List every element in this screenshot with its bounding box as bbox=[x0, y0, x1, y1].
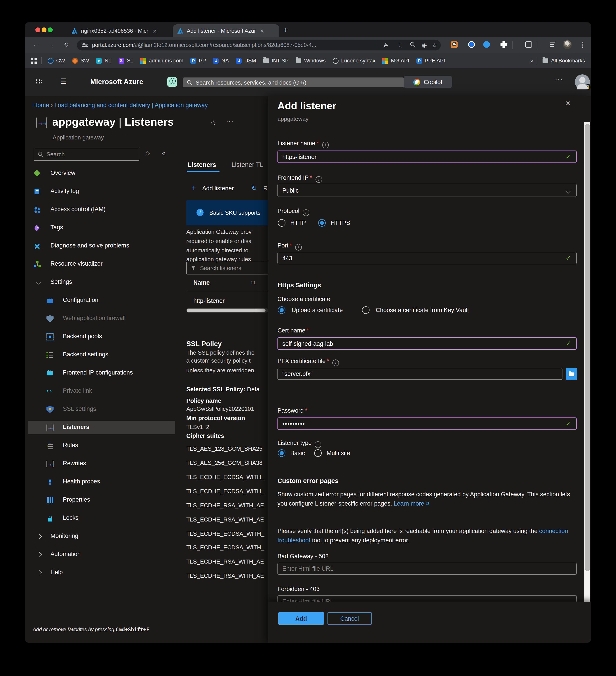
bookmark-cw[interactable]: CW bbox=[48, 58, 65, 64]
bookmark-star-icon[interactable]: ☆ bbox=[432, 42, 437, 49]
bookmark-ppeapi[interactable]: PPPE API bbox=[416, 58, 445, 64]
sidebar-item-diagnose[interactable]: Diagnose and solve problems bbox=[28, 239, 175, 253]
sidebar-item-activity-log[interactable]: Activity log bbox=[28, 185, 175, 198]
radio-keyvault-cert-label[interactable]: Choose a certificate from Key Vault bbox=[376, 307, 469, 314]
sidebar-item-frontend-ip[interactable]: Frontend IP configurations bbox=[28, 367, 175, 380]
tab-listeners[interactable]: Listeners bbox=[188, 161, 216, 168]
bookmark-na[interactable]: UNA bbox=[213, 58, 229, 64]
radio-http[interactable] bbox=[278, 219, 286, 227]
refresh-icon[interactable]: ↻ bbox=[251, 184, 257, 192]
sidebar-item-locks[interactable]: Locks bbox=[28, 512, 175, 525]
azure-brand[interactable]: Microsoft Azure bbox=[90, 78, 143, 86]
radio-upload-cert-selected[interactable] bbox=[278, 306, 286, 314]
forward-icon[interactable]: → bbox=[48, 41, 54, 48]
site-settings-icon[interactable] bbox=[82, 43, 87, 48]
extensions-puzzle-icon[interactable] bbox=[500, 41, 507, 48]
azure-search-bar[interactable]: Search resources, services, and docs (G+… bbox=[183, 77, 404, 87]
sidebar-item-ssl-settings[interactable]: SSL settings bbox=[28, 403, 175, 416]
waffle-menu-icon[interactable] bbox=[36, 79, 42, 85]
listener-row-http[interactable]: http-listener bbox=[193, 297, 225, 304]
back-icon[interactable]: ← bbox=[33, 41, 39, 48]
traffic-light-close[interactable] bbox=[36, 27, 40, 32]
bookmark-intsp[interactable]: INT SP bbox=[263, 58, 289, 64]
panel-scrollbar[interactable] bbox=[584, 122, 590, 602]
sidebar-group-monitoring[interactable]: Monitoring bbox=[28, 530, 175, 543]
address-bar[interactable]: portal.azure.com/#@liam2to12.onmicrosoft… bbox=[77, 40, 441, 51]
azure-more-icon[interactable]: ··· bbox=[555, 75, 563, 83]
info-hint-icon[interactable]: i bbox=[315, 176, 322, 183]
sidebar-group-automation[interactable]: Automation bbox=[28, 548, 175, 561]
sidebar-item-configuration[interactable]: Configuration bbox=[28, 294, 175, 307]
new-tab-button[interactable]: + bbox=[284, 26, 288, 34]
frontend-ip-select[interactable]: Public bbox=[278, 184, 576, 197]
side-panel-icon[interactable] bbox=[525, 41, 532, 48]
column-header-name[interactable]: Name bbox=[193, 279, 210, 286]
scrollbar-thumb[interactable] bbox=[585, 124, 590, 571]
add-button[interactable]: Add bbox=[279, 612, 324, 625]
extension-mask-icon[interactable] bbox=[483, 41, 490, 48]
copilot-button[interactable]: Copilot bbox=[404, 76, 452, 88]
info-hint-icon[interactable]: i bbox=[322, 142, 329, 148]
cert-name-input[interactable] bbox=[278, 337, 576, 350]
bookmark-n1[interactable]: nN1 bbox=[96, 58, 112, 64]
bookmark-admin[interactable]: admin.ms.com bbox=[140, 58, 183, 64]
sidebar-item-waf[interactable]: Web application firewall bbox=[28, 312, 175, 325]
bookmark-lucene[interactable]: Lucene syntax bbox=[333, 58, 375, 64]
apps-grid-icon[interactable] bbox=[31, 58, 37, 63]
listener-name-input[interactable] bbox=[278, 151, 576, 163]
add-icon[interactable]: + bbox=[192, 184, 196, 192]
info-hint-icon[interactable]: i bbox=[302, 209, 309, 216]
sidebar-collapse-icon[interactable]: « bbox=[162, 149, 166, 156]
learn-more-link[interactable]: Learn more bbox=[393, 500, 424, 507]
add-listener-button[interactable]: Add listener bbox=[202, 185, 234, 192]
scrollbar-thumb[interactable] bbox=[187, 308, 265, 312]
radio-basic-selected[interactable] bbox=[278, 449, 286, 457]
sidebar-item-tags[interactable]: Tags bbox=[28, 221, 175, 235]
sidebar-item-health-probes[interactable]: Health probes bbox=[28, 475, 175, 489]
extension-1password-icon[interactable] bbox=[468, 41, 475, 48]
traffic-light-zoom[interactable] bbox=[48, 27, 53, 32]
bookmarks-overflow-chevron[interactable]: » bbox=[530, 57, 533, 64]
reload-icon[interactable]: ↻ bbox=[64, 41, 69, 48]
tab-close-icon[interactable]: × bbox=[153, 27, 156, 34]
radio-upload-cert-label[interactable]: Upload a certificate bbox=[292, 307, 343, 314]
radio-https-label[interactable]: HTTPS bbox=[330, 220, 350, 226]
horizontal-scrollbar[interactable] bbox=[186, 308, 268, 313]
radio-multi-site[interactable] bbox=[314, 449, 322, 457]
sidebar-group-settings[interactable]: Settings bbox=[28, 276, 175, 289]
tab-listener-tls[interactable]: Listener TL bbox=[232, 161, 263, 168]
browser-tab-2-active[interactable]: Add listener - Microsoft Azur × bbox=[173, 24, 279, 37]
radio-https-selected[interactable] bbox=[318, 219, 326, 227]
extension-upload-icon[interactable] bbox=[167, 77, 177, 87]
tab-close-icon[interactable]: × bbox=[260, 27, 264, 34]
sidebar-item-rules[interactable]: Rules bbox=[28, 439, 175, 452]
info-hint-icon[interactable]: i bbox=[295, 244, 302, 250]
sidebar-item-listeners-selected[interactable]: →→Listeners bbox=[28, 421, 175, 434]
bookmark-windows[interactable]: Windows bbox=[296, 58, 325, 64]
browser-profile-avatar[interactable] bbox=[563, 40, 572, 49]
save-icon[interactable]: ⇩ bbox=[397, 42, 402, 48]
sidebar-item-resource-visualizer[interactable]: Resource visualizer bbox=[28, 258, 175, 271]
browse-file-button[interactable] bbox=[566, 368, 577, 380]
info-hint-icon[interactable]: i bbox=[315, 441, 321, 448]
radio-multi-site-label[interactable]: Multi site bbox=[326, 450, 350, 456]
refresh-label-partial[interactable]: R bbox=[263, 185, 268, 192]
sidebar-group-help[interactable]: Help bbox=[28, 566, 175, 579]
password-eye-icon[interactable]: ◉ bbox=[422, 42, 427, 48]
browser-tab-1[interactable]: nginx0352-ad496536 - Micr × bbox=[67, 24, 167, 37]
zoom-icon[interactable] bbox=[410, 42, 415, 48]
reader-mode-icon[interactable]: A bbox=[384, 42, 388, 49]
bookmark-usm[interactable]: UUSM bbox=[236, 58, 256, 64]
all-bookmarks-button[interactable]: All Bookmarks bbox=[543, 58, 585, 64]
browser-menu-kebab-icon[interactable]: ⋮ bbox=[580, 41, 586, 48]
bad-gateway-url-input[interactable] bbox=[278, 563, 576, 575]
radio-basic-label[interactable]: Basic bbox=[290, 450, 305, 456]
azure-account-avatar[interactable]: 🔒 bbox=[575, 74, 590, 90]
sidebar-item-rewrites[interactable]: →→Rewrites bbox=[28, 457, 175, 470]
sidebar-diamond-icon[interactable]: ◇ bbox=[145, 150, 150, 156]
sidebar-item-properties[interactable]: Properties bbox=[28, 494, 175, 507]
sidebar-item-backend-settings[interactable]: Backend settings bbox=[28, 348, 175, 362]
sidebar-item-private-link[interactable]: ‹·›Private link bbox=[28, 385, 175, 398]
bookmark-s1[interactable]: SS1 bbox=[118, 58, 133, 64]
sidebar-item-backend-pools[interactable]: Backend pools bbox=[28, 330, 175, 344]
